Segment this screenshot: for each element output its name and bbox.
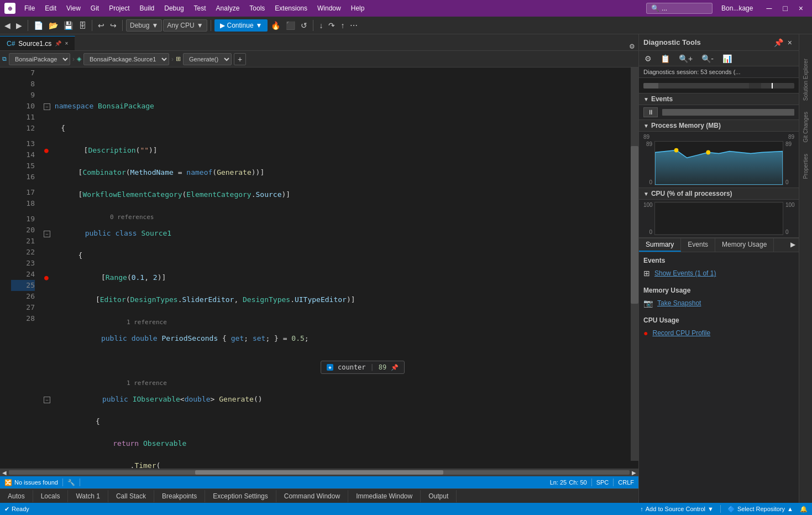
record-cpu-link[interactable]: Record CPU Profile <box>652 329 710 337</box>
new-file-button[interactable]: 📄 <box>32 20 45 31</box>
debug-mode-dropdown[interactable]: Debug ▼ <box>126 19 162 32</box>
editor-vscroll[interactable] <box>631 67 638 461</box>
debug-tab-breakpoints[interactable]: Breakpoints <box>154 490 205 502</box>
settings-icon[interactable]: ⚙ <box>626 43 638 50</box>
code-editor[interactable]: 7 8 9 10 11 12 13 14 15 16 17 18 19 20 2… <box>0 67 638 469</box>
menu-file[interactable]: File <box>20 3 39 13</box>
menu-edit[interactable]: Edit <box>40 3 61 13</box>
pause-events-button[interactable]: ⏸ <box>643 107 658 117</box>
continue-button[interactable]: ▶ Continue ▼ <box>214 19 268 32</box>
debug-tab-callstack[interactable]: Call Stack <box>108 490 154 502</box>
code-content[interactable]: − namespace BonsaiPackage { ● [Descripti… <box>39 67 638 469</box>
diag-zoom-out-button[interactable]: 🔍- <box>698 53 717 64</box>
line-ending-label[interactable]: CRLF <box>618 479 634 486</box>
datatip-pin-button[interactable]: 📌 <box>391 364 399 371</box>
diag-zoom-in-button[interactable]: 🔍+ <box>675 53 696 64</box>
namespace-dropdown[interactable]: BonsaiPackage <box>9 53 70 65</box>
git-changes-label[interactable]: Git Changes <box>801 110 810 145</box>
select-repository-button[interactable]: 🔷 Select Repository ▲ <box>727 506 793 513</box>
editor-hscroll[interactable]: ◀ ▶ <box>0 469 638 476</box>
debug-tab-watch1[interactable]: Watch 1 <box>68 490 108 502</box>
close-button[interactable]: × <box>794 3 808 14</box>
hot-reload-button[interactable]: 🔥 <box>269 20 282 31</box>
menu-tools[interactable]: Tools <box>245 3 269 13</box>
diag-chart-button[interactable]: 📊 <box>719 53 735 64</box>
hscroll-track[interactable] <box>9 470 630 475</box>
diag-tabs-scroll-right[interactable]: ▶ <box>787 238 799 252</box>
debug-tab-immediate[interactable]: Immediate Window <box>348 490 421 502</box>
tab-close-button[interactable]: × <box>65 40 68 46</box>
diag-pin-button[interactable]: 📌 <box>772 37 785 48</box>
debug-tab-command[interactable]: Command Window <box>276 490 348 502</box>
diag-timeline[interactable] <box>639 78 799 93</box>
open-button[interactable]: 📂 <box>46 20 60 31</box>
menu-extensions[interactable]: Extensions <box>270 3 312 13</box>
pin-icon[interactable]: 📌 <box>55 40 61 46</box>
menu-test[interactable]: Test <box>190 3 211 13</box>
add-source-dropdown[interactable]: ▼ <box>708 506 714 512</box>
maximize-button[interactable]: □ <box>778 3 792 14</box>
debug-tab-output[interactable]: Output <box>421 490 457 502</box>
collapse-icon-13[interactable]: − <box>44 231 50 237</box>
type-dropdown[interactable]: BonsaiPackage.Source1 <box>83 53 169 65</box>
cpu-dropdown[interactable]: Any CPU ▼ <box>163 19 207 32</box>
save-all-button[interactable]: 🗄 <box>76 20 88 31</box>
properties-label[interactable]: Properties <box>801 152 810 181</box>
diag-select-events-button[interactable]: 📋 <box>657 53 673 64</box>
debug-tab-locals[interactable]: Locals <box>33 490 69 502</box>
menu-view[interactable]: View <box>62 3 85 13</box>
diag-tab-events[interactable]: Events <box>681 238 715 252</box>
menu-debug[interactable]: Debug <box>160 3 188 13</box>
scroll-left-button[interactable]: ◀ <box>0 470 9 476</box>
process-memory-header[interactable]: ▼ Process Memory (MB) <box>639 120 799 132</box>
editor-tab-source1[interactable]: C# Source1.cs 📌 × <box>0 36 75 50</box>
select-repo-dropdown[interactable]: ▲ <box>787 506 793 512</box>
step-into-button[interactable]: ↓ <box>317 20 325 31</box>
encoding-label[interactable]: SPC <box>596 479 609 486</box>
step-over-button[interactable]: ↷ <box>326 20 337 31</box>
events-timeline-bar[interactable] <box>662 109 794 116</box>
minimize-button[interactable]: ─ <box>762 3 776 14</box>
menu-analyze[interactable]: Analyze <box>212 3 244 13</box>
redo-button[interactable]: ↪ <box>108 20 119 31</box>
scroll-thumb[interactable] <box>631 146 638 303</box>
solution-explorer-label[interactable]: Solution Explorer <box>801 56 810 103</box>
scroll-right-button[interactable]: ▶ <box>630 470 638 476</box>
menu-project[interactable]: Project <box>104 3 134 13</box>
refactor-icon[interactable]: 🔧 <box>67 479 75 486</box>
events-section-header[interactable]: ▼ Events <box>639 93 799 105</box>
collapse-icon-8[interactable]: − <box>44 103 50 110</box>
menu-build[interactable]: Build <box>135 3 159 13</box>
collapse-icon-19[interactable]: − <box>44 397 50 403</box>
git-status[interactable]: 🔀 No issues found <box>4 479 58 486</box>
diag-tab-memory[interactable]: Memory Usage <box>715 238 774 252</box>
step-out-button[interactable]: ↑ <box>338 20 347 31</box>
more-debug-buttons[interactable]: ⋯ <box>348 20 360 31</box>
cs-file-icon: C# <box>7 40 15 48</box>
undo-button[interactable]: ↩ <box>96 20 107 31</box>
diag-tab-summary[interactable]: Summary <box>639 238 681 252</box>
menu-window[interactable]: Window <box>313 3 345 13</box>
debug-tab-exception[interactable]: Exception Settings <box>205 490 276 502</box>
save-button[interactable]: 💾 <box>61 20 75 31</box>
menu-help[interactable]: Help <box>347 3 369 13</box>
add-section-button[interactable]: + <box>234 53 246 65</box>
timeline-track[interactable] <box>643 83 794 89</box>
continue-dropdown-arrow[interactable]: ▼ <box>256 22 263 29</box>
stop-button[interactable]: ⬛ <box>284 20 297 31</box>
forward-button[interactable]: ▶ <box>14 20 24 31</box>
quick-launch[interactable]: 🔍 ... <box>646 3 713 14</box>
notifications-bell[interactable]: 🔔 <box>800 506 808 513</box>
add-to-source-control-button[interactable]: ↑ Add to Source Control ▼ <box>640 506 714 512</box>
menu-git[interactable]: Git <box>86 3 103 13</box>
restart-button[interactable]: ↺ <box>298 20 310 31</box>
diag-settings-button[interactable]: ⚙ <box>641 53 655 64</box>
show-events-link[interactable]: Show Events (1 of 1) <box>654 269 716 277</box>
method-dropdown[interactable]: Generate() <box>183 53 232 65</box>
cpu-section-header[interactable]: ▼ CPU (% of all processors) <box>639 188 799 200</box>
take-snapshot-link[interactable]: Take Snapshot <box>657 299 701 307</box>
hscroll-thumb[interactable] <box>195 470 443 475</box>
debug-tab-autos[interactable]: Autos <box>0 490 33 502</box>
back-button[interactable]: ◀ <box>2 20 13 31</box>
diag-close-button[interactable]: × <box>785 37 794 48</box>
